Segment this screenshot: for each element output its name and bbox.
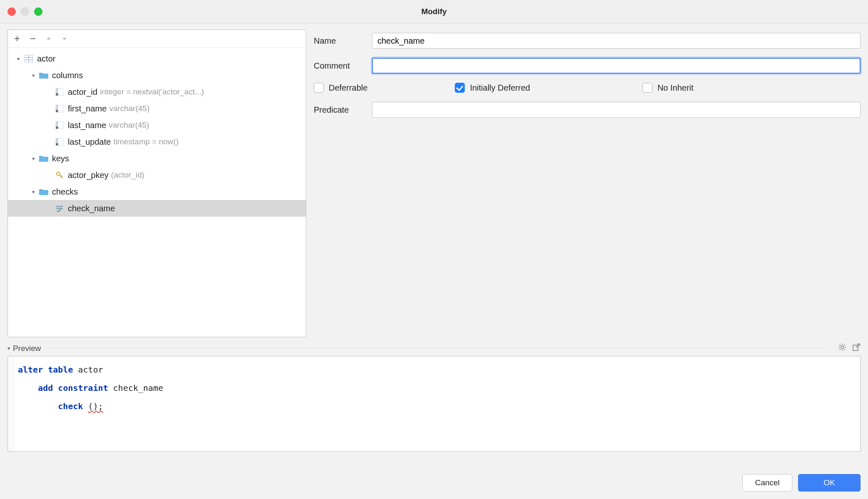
- tree-node-column[interactable]: first_name varchar(45): [8, 100, 306, 117]
- name-field[interactable]: [372, 33, 861, 49]
- column-icon: [55, 121, 64, 129]
- tree-node-column[interactable]: last_name varchar(45): [8, 117, 306, 133]
- minimize-window-icon: [21, 7, 29, 16]
- zoom-window-icon[interactable]: [34, 7, 42, 16]
- checkbox-icon: [642, 83, 652, 93]
- preview-label: Preview: [13, 344, 41, 353]
- tree-node-checks-folder[interactable]: ▾ checks: [8, 183, 306, 200]
- divider: [48, 348, 831, 348]
- svg-rect-0: [30, 38, 35, 39]
- tree-node-label: last_name: [68, 121, 106, 130]
- schema-tree[interactable]: ▾ actor ▾ columns: [8, 48, 306, 337]
- tree-node-column[interactable]: actor_id integer = nextval('actor_act...…: [8, 84, 306, 100]
- dialog-buttons: Cancel OK: [0, 467, 868, 499]
- tree-node-type: timestamp = now(): [113, 137, 179, 146]
- open-external-icon[interactable]: [852, 343, 861, 353]
- svg-line-26: [844, 349, 845, 350]
- chevron-down-icon[interactable]: ▾: [15, 56, 22, 62]
- tree-node-columns-folder[interactable]: ▾ columns: [8, 67, 306, 84]
- tree-node-key[interactable]: actor_pkey (actor_id): [8, 167, 306, 183]
- column-icon: [55, 105, 64, 112]
- remove-icon[interactable]: [29, 35, 37, 43]
- preview-section: ▾ Preview alter table actor add constrai…: [7, 343, 861, 452]
- schema-tree-panel: ▾ actor ▾ columns: [7, 30, 306, 337]
- key-icon: [55, 171, 64, 179]
- tree-node-keys-folder[interactable]: ▾ keys: [8, 150, 306, 167]
- deferrable-checkbox[interactable]: Deferrable: [314, 83, 367, 93]
- tree-node-type: (actor_id): [111, 170, 144, 180]
- chevron-down-icon[interactable]: ▾: [30, 156, 37, 162]
- svg-line-27: [840, 349, 841, 350]
- chevron-down-icon[interactable]: ▾: [30, 189, 37, 195]
- tree-node-label: keys: [52, 154, 69, 163]
- checkbox-label: Initially Deferred: [470, 83, 530, 93]
- column-icon: [55, 88, 64, 96]
- tree-toolbar: [8, 30, 306, 48]
- check-constraint-icon: [55, 205, 64, 212]
- svg-rect-19: [56, 208, 63, 209]
- tree-node-table[interactable]: ▾ actor: [8, 50, 306, 67]
- predicate-field[interactable]: [372, 102, 861, 118]
- predicate-label: Predicate: [314, 105, 372, 115]
- tree-node-label: actor_pkey: [68, 170, 109, 180]
- checkbox-label: Deferrable: [329, 83, 367, 93]
- tree-node-type: varchar(45): [109, 104, 149, 113]
- code-gutter: [8, 356, 14, 451]
- sql-preview[interactable]: alter table actor add constraint check_n…: [7, 356, 861, 452]
- tree-node-label: check_name: [68, 204, 115, 213]
- svg-point-13: [56, 126, 58, 129]
- window-controls: [0, 7, 42, 16]
- svg-point-7: [56, 93, 58, 96]
- add-icon[interactable]: [13, 35, 21, 43]
- table-icon: [24, 55, 34, 62]
- tree-node-type: integer = nextval('actor_act...): [100, 87, 204, 96]
- cancel-button[interactable]: Cancel: [742, 474, 792, 492]
- tree-node-label: columns: [52, 71, 83, 80]
- folder-icon: [39, 155, 49, 162]
- svg-line-28: [844, 345, 845, 346]
- tree-node-type: varchar(45): [109, 121, 149, 130]
- checkbox-icon: [314, 83, 324, 93]
- svg-point-20: [841, 346, 844, 349]
- folder-icon: [39, 188, 49, 195]
- svg-point-16: [56, 143, 58, 146]
- svg-point-10: [56, 110, 58, 112]
- no-inherit-checkbox[interactable]: No Inherit: [642, 83, 694, 93]
- ok-button[interactable]: OK: [798, 474, 861, 492]
- checkbox-icon: [455, 83, 465, 93]
- code-content: alter table actor add constraint check_n…: [18, 361, 854, 415]
- tree-node-column[interactable]: last_update timestamp = now(): [8, 133, 306, 150]
- form-panel: Name Comment Deferrable: [314, 30, 861, 337]
- comment-field[interactable]: [372, 58, 861, 74]
- titlebar: Modify: [0, 0, 868, 24]
- tree-node-label: checks: [52, 187, 78, 197]
- tree-node-label: first_name: [68, 104, 107, 114]
- preview-header[interactable]: ▾ Preview: [7, 343, 861, 353]
- window-title: Modify: [0, 7, 868, 16]
- close-window-icon[interactable]: [7, 7, 16, 16]
- initially-deferred-checkbox[interactable]: Initially Deferred: [455, 83, 530, 93]
- chevron-down-icon[interactable]: ▾: [7, 345, 10, 351]
- name-label: Name: [314, 36, 372, 46]
- move-down-icon: [60, 35, 69, 43]
- tree-node-check[interactable]: check_name: [8, 200, 306, 217]
- chevron-down-icon[interactable]: ▾: [30, 72, 37, 79]
- comment-label: Comment: [314, 61, 372, 71]
- svg-line-25: [840, 345, 841, 346]
- tree-node-label: actor_id: [68, 87, 97, 97]
- folder-icon: [39, 72, 49, 79]
- checkbox-label: No Inherit: [657, 83, 694, 93]
- gear-icon[interactable]: [838, 343, 846, 353]
- tree-node-label: actor: [37, 54, 55, 64]
- svg-rect-18: [56, 206, 63, 207]
- move-up-icon: [45, 35, 53, 43]
- column-icon: [55, 138, 64, 146]
- tree-node-label: last_update: [68, 137, 111, 147]
